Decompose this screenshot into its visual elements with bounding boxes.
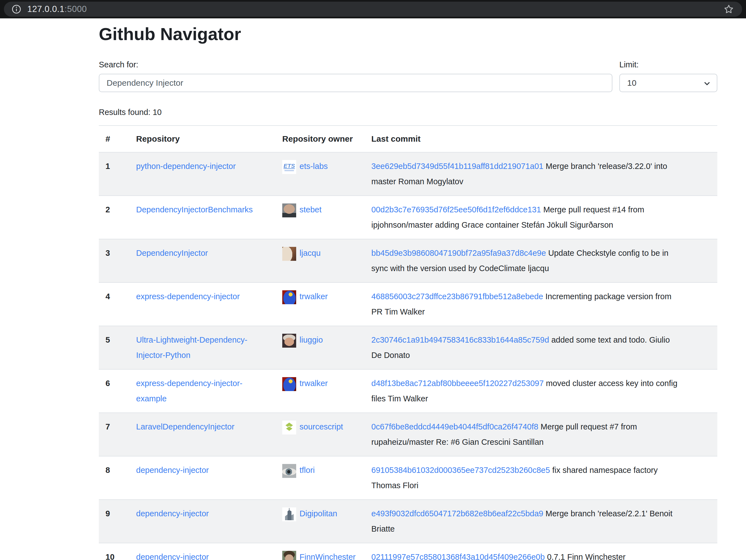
commit-hash-link[interactable]: 69105384b61032d000365ee737cd2523b260c8e5 xyxy=(371,466,550,475)
owner-cell: liuggio xyxy=(276,326,365,370)
table-row: 1python-dependency-injectorETSets-labs3e… xyxy=(99,152,717,196)
owner-link[interactable]: sourcescript xyxy=(299,422,343,431)
commit-message: 0.7.1 Finn Winchester xyxy=(547,553,626,560)
repositories-table: # Repository Repository owner Last commi… xyxy=(99,125,717,560)
commit-hash-link[interactable]: e493f9032dfcd65047172b682e8b6eaf22c5bda9 xyxy=(371,509,543,518)
owner-avatar: ETS xyxy=(282,160,296,174)
owner-link[interactable]: ets-labs xyxy=(299,162,328,171)
repository-cell: express-dependency-injector xyxy=(130,283,276,326)
repository-link[interactable]: Ultra-Lightweight-Dependency-Injector-Py… xyxy=(136,335,248,360)
row-number-cell: 2 xyxy=(99,196,130,239)
commit-hash-link[interactable]: bb45d9e3b98608047190bf72a95fa9a37d8c4e9e xyxy=(371,248,546,258)
owner-link[interactable]: stebet xyxy=(299,205,321,214)
last-commit-cell: 69105384b61032d000365ee737cd2523b260c8e5… xyxy=(365,456,717,500)
owner-link[interactable]: trwalker xyxy=(299,292,328,301)
limit-selected-value: 10 xyxy=(627,78,636,88)
building-logo-icon xyxy=(282,507,296,521)
row-number-cell: 6 xyxy=(99,370,130,413)
owner-avatar xyxy=(282,377,296,391)
search-label: Search for: xyxy=(99,60,612,69)
repository-cell: express-dependency-injector-example xyxy=(130,370,276,413)
owner-link[interactable]: Digipolitan xyxy=(299,509,337,518)
owner-cell: sourcescript xyxy=(276,413,365,456)
last-commit-cell: 2c30746c1a91b4947583416c833b1644a85c759d… xyxy=(365,326,717,370)
bookmark-star-icon[interactable] xyxy=(723,4,734,15)
repository-cell: LaravelDependencyInjector xyxy=(130,413,276,456)
commit-hash-link[interactable]: 0c67f6be8eddcd4449eb4044f5df0ca26f4740f8 xyxy=(371,422,538,431)
url-host: 127.0.0.1 xyxy=(27,4,64,14)
last-commit-cell: e493f9032dfcd65047172b682e8b6eaf22c5bda9… xyxy=(365,500,717,543)
owner-avatar xyxy=(282,203,296,217)
repository-cell: DependencyInjectorBenchmarks xyxy=(130,196,276,239)
results-count: Results found: 10 xyxy=(99,108,717,117)
owner-cell: trwalker xyxy=(276,370,365,413)
table-header-row: # Repository Repository owner Last commi… xyxy=(99,125,717,152)
owner-link[interactable]: trwalker xyxy=(299,379,328,388)
commit-hash-link[interactable]: 3ee629eb5d7349d55f41b119aff81dd219071a01 xyxy=(371,162,543,171)
owner-avatar xyxy=(282,420,296,435)
col-header-commit: Last commit xyxy=(365,125,717,152)
col-header-num: # xyxy=(99,125,130,152)
repository-link[interactable]: express-dependency-injector xyxy=(136,292,240,301)
table-row: 8dependency-injectortflori69105384b61032… xyxy=(99,456,717,500)
row-number-cell: 4 xyxy=(99,283,130,326)
commit-hash-link[interactable]: d48f13be8ac712abf80bbeeee5f120227d253097 xyxy=(371,379,544,388)
owner-avatar xyxy=(282,290,296,304)
table-row: 9dependency-injectorDigipolitane493f9032… xyxy=(99,500,717,543)
owner-avatar xyxy=(282,334,296,348)
owner-link[interactable]: FinnWinchester xyxy=(299,553,355,560)
last-commit-cell: 3ee629eb5d7349d55f41b119aff81dd219071a01… xyxy=(365,152,717,196)
commit-hash-link[interactable]: 2c30746c1a91b4947583416c833b1644a85c759d xyxy=(371,335,549,344)
owner-cell: tflori xyxy=(276,456,365,500)
search-field-group: Search for: xyxy=(99,60,612,92)
url-port: :5000 xyxy=(64,4,87,14)
repository-cell: DependencyInjector xyxy=(130,239,276,283)
address-bar[interactable]: 127.0.0.1:5000 xyxy=(4,2,742,17)
col-header-repo: Repository xyxy=(130,125,276,152)
row-number-cell: 9 xyxy=(99,500,130,543)
row-number-cell: 1 xyxy=(99,152,130,196)
table-row: 7LaravelDependencyInjectorsourcescript0c… xyxy=(99,413,717,456)
last-commit-cell: d48f13be8ac712abf80bbeeee5f120227d253097… xyxy=(365,370,717,413)
ets-logo-subline xyxy=(285,170,294,171)
repository-link[interactable]: dependency-injector xyxy=(136,553,209,560)
repository-link[interactable]: LaravelDependencyInjector xyxy=(136,422,234,431)
info-icon[interactable] xyxy=(12,4,21,14)
commit-hash-link[interactable]: 00d2b3c7e76935d76f25ee50f6d1f2ef6ddce131 xyxy=(371,205,541,214)
commit-hash-link[interactable]: 468856003c273dffce23b86791fbbe512a8ebede xyxy=(371,292,543,301)
diamond-logo-icon xyxy=(282,420,296,435)
controls-row: Search for: Limit: 10 xyxy=(99,60,717,92)
table-row: 2DependencyInjectorBenchmarksstebet00d2b… xyxy=(99,196,717,239)
repository-link[interactable]: dependency-injector xyxy=(136,466,209,475)
owner-avatar xyxy=(282,464,296,478)
limit-field-group: Limit: 10 xyxy=(619,60,717,92)
owner-cell: ETSets-labs xyxy=(276,152,365,196)
owner-link[interactable]: ljacqu xyxy=(299,248,321,258)
owner-cell: FinnWinchester xyxy=(276,543,365,560)
repository-link[interactable]: express-dependency-injector-example xyxy=(136,379,242,403)
limit-select[interactable]: 10 xyxy=(619,74,717,92)
owner-link[interactable]: liuggio xyxy=(299,335,323,344)
owner-avatar xyxy=(282,247,296,261)
table-row: 5Ultra-Lightweight-Dependency-Injector-P… xyxy=(99,326,717,370)
commit-hash-link[interactable]: 02111997e57c85801368f43a10d45f409e266e0b xyxy=(371,553,545,560)
owner-link[interactable]: tflori xyxy=(299,466,315,475)
row-number-cell: 5 xyxy=(99,326,130,370)
repository-link[interactable]: python-dependency-injector xyxy=(136,162,236,171)
repository-link[interactable]: DependencyInjectorBenchmarks xyxy=(136,205,253,214)
table-row: 6express-dependency-injector-exampletrwa… xyxy=(99,370,717,413)
owner-cell: Digipolitan xyxy=(276,500,365,543)
owner-cell: trwalker xyxy=(276,283,365,326)
url-text: 127.0.0.1:5000 xyxy=(27,4,87,14)
repository-link[interactable]: dependency-injector xyxy=(136,509,209,518)
repository-cell: dependency-injector xyxy=(130,456,276,500)
table-row: 3DependencyInjectorljacqubb45d9e3b986080… xyxy=(99,239,717,283)
repository-cell: python-dependency-injector xyxy=(130,152,276,196)
repository-cell: Ultra-Lightweight-Dependency-Injector-Py… xyxy=(130,326,276,370)
last-commit-cell: 0c67f6be8eddcd4449eb4044f5df0ca26f4740f8… xyxy=(365,413,717,456)
last-commit-cell: bb45d9e3b98608047190bf72a95fa9a37d8c4e9e… xyxy=(365,239,717,283)
search-input[interactable] xyxy=(99,74,612,92)
owner-avatar xyxy=(282,507,296,521)
browser-bar: 127.0.0.1:5000 xyxy=(0,0,746,18)
repository-link[interactable]: DependencyInjector xyxy=(136,248,208,258)
